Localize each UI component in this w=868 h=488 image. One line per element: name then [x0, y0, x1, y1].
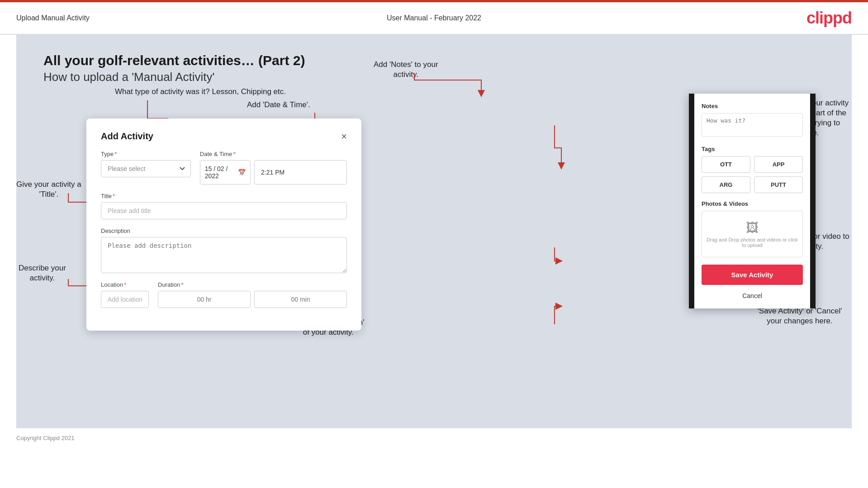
annotation-title: Give your activity a 'Title'.	[16, 180, 81, 199]
annotation-describe: Describe your activity.	[19, 263, 66, 283]
type-label: Type*	[101, 151, 191, 157]
footer: Copyright Clippd 2021	[0, 428, 868, 448]
tags-grid: OTT APP ARG PUTT	[702, 156, 803, 193]
mins-input[interactable]	[254, 291, 347, 308]
location-input[interactable]	[101, 291, 149, 308]
type-select[interactable]: Please select	[101, 160, 191, 177]
calendar-icon: 📅	[238, 169, 246, 176]
tag-arg[interactable]: ARG	[702, 176, 750, 193]
save-activity-button[interactable]: Save Activity	[702, 265, 803, 285]
title-input[interactable]	[101, 202, 347, 219]
tags-section-label: Tags	[702, 146, 803, 152]
tag-ott[interactable]: OTT	[702, 156, 750, 173]
notes-input[interactable]	[702, 113, 803, 137]
annotation-notes: Add 'Notes' to your activity.	[374, 60, 438, 80]
date-input[interactable]: 15 / 02 / 2022 📅	[200, 160, 251, 185]
close-dialog-button[interactable]: ×	[341, 132, 347, 142]
notes-section-label: Notes	[702, 103, 803, 109]
annotation-datetime: Add 'Date & Time'.	[247, 100, 310, 109]
duration-label: Duration*	[158, 281, 347, 288]
annotation-save: 'Save Activity' or 'Cancel' your changes…	[750, 306, 849, 326]
dialog-title: Add Activity	[101, 131, 153, 142]
upload-area[interactable]: 🖼 Drag and Drop photos and videos or cli…	[702, 211, 803, 257]
title-label: Title*	[101, 193, 347, 199]
copyright-text: Copyright Clippd 2021	[16, 435, 75, 441]
upload-text: Drag and Drop photos and videos or click…	[707, 237, 798, 248]
description-input[interactable]	[101, 237, 347, 273]
photos-section: Photos & Videos 🖼 Drag and Drop photos a…	[702, 200, 803, 257]
add-activity-dialog: Add Activity × Type* Please select Date …	[86, 118, 361, 331]
hours-input[interactable]	[158, 291, 251, 308]
tag-app[interactable]: APP	[754, 156, 803, 173]
photos-label: Photos & Videos	[702, 200, 803, 207]
logo: clippd	[806, 9, 852, 28]
header-left: Upload Manual Activity	[16, 14, 90, 22]
annotation-type: What type of activity was it? Lesson, Ch…	[115, 87, 286, 97]
tag-putt[interactable]: PUTT	[754, 176, 803, 193]
description-label: Description	[101, 227, 347, 234]
upload-icon: 🖼	[707, 220, 798, 235]
phone-panel: Notes Tags OTT APP ARG PUTT Photos & Vid…	[689, 94, 816, 308]
location-label: Location*	[101, 281, 149, 288]
header: Upload Manual Activity User Manual - Feb…	[0, 2, 868, 34]
header-center: User Manual - February 2022	[387, 14, 481, 22]
time-input[interactable]	[254, 160, 347, 185]
main-content: All your golf-relevant activities… (Part…	[16, 35, 852, 428]
cancel-button[interactable]: Cancel	[702, 290, 803, 301]
datetime-label: Date & Time*	[200, 151, 347, 157]
